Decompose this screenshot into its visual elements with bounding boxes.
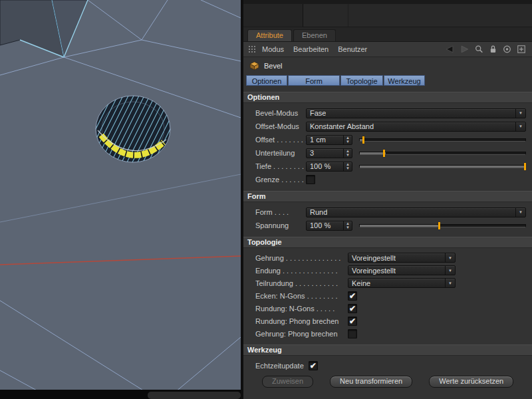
slider-handle[interactable] <box>362 136 364 144</box>
panel-tab-bar: Attribute Ebenen <box>243 27 532 42</box>
offset-slider[interactable] <box>359 136 526 144</box>
grid-lines <box>0 0 241 399</box>
viewport-bottom-bar <box>0 390 241 399</box>
gehrung-dropdown[interactable]: Voreingestellt ▼ <box>348 253 456 263</box>
offset-modus-dropdown[interactable]: Konstanter Abstand ▼ <box>306 122 526 132</box>
3d-viewport[interactable] <box>0 0 241 399</box>
rundung-ngons-label: Rundung: N-Gons . . . . . <box>255 305 348 313</box>
viewport-canvas[interactable] <box>0 0 241 399</box>
ecken-ngons-checkbox[interactable]: ✔ <box>348 291 357 301</box>
unterteilung-slider[interactable] <box>359 150 526 157</box>
group-tab-bar: Optionen Form Topologie Werkzeug <box>243 74 532 87</box>
row-teilrundung: Teilrundung . . . . . . . . . . . Keine … <box>243 277 532 289</box>
ceiling-polygons <box>0 0 88 57</box>
chevron-down-icon: ▼ <box>445 253 455 262</box>
target-icon[interactable] <box>502 45 512 54</box>
tiefe-value: 100 % <box>310 162 331 170</box>
bevel-hole <box>69 86 197 172</box>
group-tab-werkzeug[interactable]: Werkzeug <box>384 75 425 86</box>
section-header-form: Form <box>243 191 532 202</box>
rundung-ngons-checkbox[interactable]: ✔ <box>348 304 357 313</box>
section-header-optionen: Optionen <box>243 92 532 103</box>
chevron-down-icon: ▼ <box>515 208 525 217</box>
forward-arrow-icon[interactable] <box>460 45 469 54</box>
endung-dropdown[interactable]: Voreingestellt ▼ <box>348 265 456 275</box>
ecken-ngons-label: Ecken: N-Gons . . . . . . . . <box>255 292 348 300</box>
menubar-tools <box>445 45 527 54</box>
slider-track <box>359 224 526 227</box>
gehrung-value: Voreingestellt <box>352 254 396 262</box>
grenze-checkbox[interactable] <box>306 175 315 184</box>
unterteilung-label: Unterteilung <box>255 149 306 157</box>
magnifier-icon[interactable] <box>474 45 484 54</box>
spannung-input[interactable]: 100 % ▲▼ <box>306 221 352 231</box>
gehrung-label: Gehrung . . . . . . . . . . . . . . <box>255 254 348 262</box>
neu-transformieren-button[interactable]: Neu transformieren <box>330 376 412 388</box>
row-unterteilung: Unterteilung 3 ▲▼ <box>243 146 532 160</box>
row-bevel-modus: Bevel-Modus Fase ▼ <box>243 106 532 120</box>
row-gehrung: Gehrung . . . . . . . . . . . . . . Vore… <box>243 251 532 264</box>
row-offset-modus: Offset-Modus Konstanter Abstand ▼ <box>243 120 532 133</box>
endung-label: Endung . . . . . . . . . . . . . . <box>255 267 348 275</box>
menu-benutzer[interactable]: Benutzer <box>338 45 367 53</box>
unterteilung-input[interactable]: 3 ▲▼ <box>306 148 352 158</box>
group-tab-form[interactable]: Form <box>288 75 340 86</box>
group-tab-optionen[interactable]: Optionen <box>246 75 287 86</box>
teilrundung-dropdown[interactable]: Keine ▼ <box>348 278 456 288</box>
spinner-arrows-icon[interactable]: ▲▼ <box>343 136 352 144</box>
slider-handle[interactable] <box>438 222 440 229</box>
form-value: Rund <box>310 208 327 216</box>
offset-input[interactable]: 1 cm ▲▼ <box>306 135 352 145</box>
lock-icon[interactable] <box>489 45 497 54</box>
offset-modus-label: Offset-Modus <box>255 122 306 130</box>
slider-handle[interactable] <box>524 163 526 170</box>
section-header-topologie: Topologie <box>243 237 532 248</box>
unterteilung-value: 3 <box>310 149 314 157</box>
row-rundung-phong: Rundung: Phong brechen ✔ <box>243 315 532 327</box>
tool-buttons: Zuweisen Neu transformieren Werte zurück… <box>243 376 532 388</box>
back-arrow-icon[interactable] <box>445 45 455 54</box>
echtzeitupdate-checkbox[interactable]: ✔ <box>309 361 318 370</box>
gehrung-phong-label: Gehrung: Phong brechen <box>255 330 348 338</box>
form-dropdown[interactable]: Rund ▼ <box>306 207 526 217</box>
spinner-arrows-icon[interactable]: ▲▼ <box>343 162 352 171</box>
offset-value: 1 cm <box>310 136 326 144</box>
spinner-arrows-icon[interactable]: ▲▼ <box>343 221 352 230</box>
new-panel-icon[interactable] <box>517 45 526 54</box>
teilrundung-label: Teilrundung . . . . . . . . . . . <box>255 279 348 287</box>
menu-bearbeiten[interactable]: Bearbeiten <box>293 45 329 53</box>
tab-ebenen[interactable]: Ebenen <box>293 29 336 41</box>
bevel-modus-dropdown[interactable]: Fase ▼ <box>306 108 526 118</box>
spinner-arrows-icon[interactable]: ▲▼ <box>343 149 352 158</box>
group-tab-topologie[interactable]: Topologie <box>340 75 383 86</box>
grid-handle-icon[interactable] <box>248 45 256 53</box>
rundung-phong-checkbox[interactable]: ✔ <box>348 317 357 326</box>
row-gehrung-phong: Gehrung: Phong brechen <box>243 327 532 340</box>
werte-zuruecksetzen-button[interactable]: Werte zurücksetzen <box>429 376 513 388</box>
attribute-manager-panel: Attribute Ebenen Modus Bearbeiten Benutz… <box>243 0 532 399</box>
row-grenze: Grenze . . . . . . <box>243 173 532 186</box>
teilrundung-value: Keine <box>352 279 370 287</box>
section-header-werkzeug: Werkzeug <box>243 344 532 356</box>
chevron-down-icon: ▼ <box>445 279 455 287</box>
spannung-value: 100 % <box>310 221 331 229</box>
row-rundung-ngons: Rundung: N-Gons . . . . . ✔ <box>243 302 532 315</box>
row-ecken-ngons: Ecken: N-Gons . . . . . . . . ✔ <box>243 289 532 302</box>
offset-modus-value: Konstanter Abstand <box>310 122 374 130</box>
spannung-label: Spannung <box>255 221 306 229</box>
spannung-slider[interactable] <box>359 222 526 229</box>
attribute-menubar: Modus Bearbeiten Benutzer <box>243 42 532 57</box>
chevron-down-icon: ▼ <box>515 122 525 131</box>
gehrung-phong-checkbox[interactable] <box>348 329 357 338</box>
tiefe-input[interactable]: 100 % ▲▼ <box>306 162 352 172</box>
form-label: Form . . . . <box>255 208 306 216</box>
x-axis-line <box>0 256 241 265</box>
row-offset: Offset . . . . . . . . 1 cm ▲▼ <box>243 133 532 146</box>
row-form: Form . . . . Rund ▼ <box>243 205 532 219</box>
tab-attribute[interactable]: Attribute <box>247 29 292 41</box>
grenze-label: Grenze . . . . . . <box>255 176 306 184</box>
zuweisen-button[interactable]: Zuweisen <box>262 376 313 388</box>
slider-handle[interactable] <box>383 150 385 157</box>
tiefe-slider[interactable] <box>359 163 526 170</box>
menu-modus[interactable]: Modus <box>262 45 284 53</box>
